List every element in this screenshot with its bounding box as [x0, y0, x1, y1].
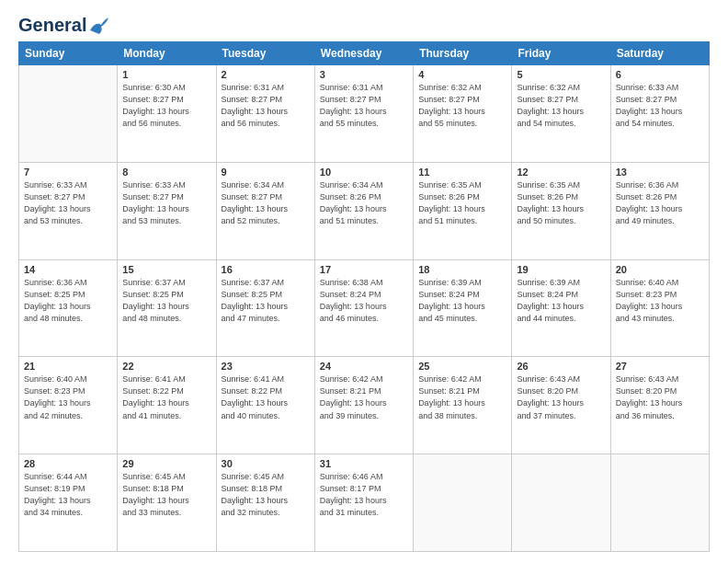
calendar-cell: 17Sunrise: 6:38 AM Sunset: 8:24 PM Dayli… — [314, 259, 413, 357]
day-info: Sunrise: 6:46 AM Sunset: 8:17 PM Dayligh… — [320, 471, 408, 519]
day-info: Sunrise: 6:42 AM Sunset: 8:21 PM Dayligh… — [418, 373, 506, 421]
calendar-cell: 1Sunrise: 6:30 AM Sunset: 8:27 PM Daylig… — [118, 65, 216, 163]
day-info: Sunrise: 6:35 AM Sunset: 8:26 PM Dayligh… — [517, 179, 605, 227]
weekday-header-thursday: Thursday — [414, 42, 512, 65]
calendar-cell: 2Sunrise: 6:31 AM Sunset: 8:27 PM Daylig… — [216, 65, 314, 163]
day-info: Sunrise: 6:39 AM Sunset: 8:24 PM Dayligh… — [418, 277, 506, 325]
day-number: 13 — [616, 167, 704, 178]
calendar-cell — [19, 65, 118, 163]
day-info: Sunrise: 6:41 AM Sunset: 8:22 PM Dayligh… — [222, 373, 310, 421]
day-number: 3 — [320, 69, 408, 80]
calendar-cell: 22Sunrise: 6:41 AM Sunset: 8:22 PM Dayli… — [118, 357, 216, 454]
day-info: Sunrise: 6:37 AM Sunset: 8:25 PM Dayligh… — [122, 277, 210, 325]
calendar-cell: 7Sunrise: 6:33 AM Sunset: 8:27 PM Daylig… — [19, 162, 118, 259]
calendar-cell: 14Sunrise: 6:36 AM Sunset: 8:25 PM Dayli… — [19, 259, 118, 357]
weekday-header-tuesday: Tuesday — [216, 42, 314, 65]
calendar-cell: 18Sunrise: 6:39 AM Sunset: 8:24 PM Dayli… — [414, 259, 512, 357]
day-number: 27 — [616, 361, 704, 372]
header: General — [18, 15, 710, 32]
calendar-cell: 16Sunrise: 6:37 AM Sunset: 8:25 PM Dayli… — [216, 259, 314, 357]
calendar-cell: 9Sunrise: 6:34 AM Sunset: 8:27 PM Daylig… — [216, 162, 314, 259]
day-info: Sunrise: 6:43 AM Sunset: 8:20 PM Dayligh… — [616, 373, 704, 421]
calendar-cell: 30Sunrise: 6:45 AM Sunset: 8:18 PM Dayli… — [216, 454, 314, 552]
calendar-cell: 27Sunrise: 6:43 AM Sunset: 8:20 PM Dayli… — [610, 357, 709, 454]
day-number: 19 — [517, 264, 605, 275]
day-number: 7 — [24, 167, 112, 178]
weekday-header-wednesday: Wednesday — [314, 42, 413, 65]
day-number: 8 — [122, 167, 210, 178]
day-info: Sunrise: 6:30 AM Sunset: 8:27 PM Dayligh… — [122, 82, 210, 130]
day-number: 20 — [616, 264, 704, 275]
day-number: 29 — [122, 458, 210, 469]
day-number: 14 — [24, 264, 112, 275]
day-info: Sunrise: 6:40 AM Sunset: 8:23 PM Dayligh… — [616, 277, 704, 325]
calendar-cell: 23Sunrise: 6:41 AM Sunset: 8:22 PM Dayli… — [216, 357, 314, 454]
calendar-cell: 19Sunrise: 6:39 AM Sunset: 8:24 PM Dayli… — [512, 259, 610, 357]
calendar-cell: 21Sunrise: 6:40 AM Sunset: 8:23 PM Dayli… — [19, 357, 118, 454]
day-number: 30 — [222, 458, 310, 469]
day-info: Sunrise: 6:41 AM Sunset: 8:22 PM Dayligh… — [122, 373, 210, 421]
day-info: Sunrise: 6:31 AM Sunset: 8:27 PM Dayligh… — [222, 82, 310, 130]
day-number: 28 — [24, 458, 112, 469]
day-info: Sunrise: 6:36 AM Sunset: 8:26 PM Dayligh… — [616, 179, 704, 227]
day-info: Sunrise: 6:33 AM Sunset: 8:27 PM Dayligh… — [24, 179, 112, 227]
day-number: 4 — [418, 69, 506, 80]
logo-bird-icon — [88, 17, 108, 34]
day-number: 10 — [320, 167, 408, 178]
calendar-cell: 4Sunrise: 6:32 AM Sunset: 8:27 PM Daylig… — [414, 65, 512, 163]
calendar-week-row: 7Sunrise: 6:33 AM Sunset: 8:27 PM Daylig… — [19, 162, 710, 259]
calendar-cell: 3Sunrise: 6:31 AM Sunset: 8:27 PM Daylig… — [314, 65, 413, 163]
calendar-cell: 13Sunrise: 6:36 AM Sunset: 8:26 PM Dayli… — [610, 162, 709, 259]
day-info: Sunrise: 6:34 AM Sunset: 8:26 PM Dayligh… — [320, 179, 408, 227]
day-info: Sunrise: 6:32 AM Sunset: 8:27 PM Dayligh… — [418, 82, 506, 130]
calendar-week-row: 1Sunrise: 6:30 AM Sunset: 8:27 PM Daylig… — [19, 65, 710, 163]
day-number: 22 — [122, 361, 210, 372]
calendar-table: SundayMondayTuesdayWednesdayThursdayFrid… — [18, 41, 710, 552]
day-number: 16 — [222, 264, 310, 275]
day-number: 9 — [222, 167, 310, 178]
day-number: 5 — [517, 69, 605, 80]
weekday-header-monday: Monday — [118, 42, 216, 65]
calendar-cell: 10Sunrise: 6:34 AM Sunset: 8:26 PM Dayli… — [314, 162, 413, 259]
logo: General — [18, 15, 108, 32]
calendar-cell — [610, 454, 709, 552]
day-number: 31 — [320, 458, 408, 469]
day-number: 15 — [122, 264, 210, 275]
day-info: Sunrise: 6:33 AM Sunset: 8:27 PM Dayligh… — [616, 82, 704, 130]
calendar-week-row: 28Sunrise: 6:44 AM Sunset: 8:19 PM Dayli… — [19, 454, 710, 552]
day-number: 25 — [418, 361, 506, 372]
day-info: Sunrise: 6:39 AM Sunset: 8:24 PM Dayligh… — [517, 277, 605, 325]
day-number: 18 — [418, 264, 506, 275]
day-info: Sunrise: 6:37 AM Sunset: 8:25 PM Dayligh… — [222, 277, 310, 325]
day-number: 12 — [517, 167, 605, 178]
day-number: 6 — [616, 69, 704, 80]
calendar-cell: 12Sunrise: 6:35 AM Sunset: 8:26 PM Dayli… — [512, 162, 610, 259]
calendar-cell: 11Sunrise: 6:35 AM Sunset: 8:26 PM Dayli… — [414, 162, 512, 259]
calendar-cell: 25Sunrise: 6:42 AM Sunset: 8:21 PM Dayli… — [414, 357, 512, 454]
day-number: 23 — [222, 361, 310, 372]
calendar-cell: 5Sunrise: 6:32 AM Sunset: 8:27 PM Daylig… — [512, 65, 610, 163]
day-info: Sunrise: 6:44 AM Sunset: 8:19 PM Dayligh… — [24, 471, 112, 519]
day-info: Sunrise: 6:38 AM Sunset: 8:24 PM Dayligh… — [320, 277, 408, 325]
day-info: Sunrise: 6:42 AM Sunset: 8:21 PM Dayligh… — [320, 373, 408, 421]
day-info: Sunrise: 6:35 AM Sunset: 8:26 PM Dayligh… — [418, 179, 506, 227]
calendar-week-row: 21Sunrise: 6:40 AM Sunset: 8:23 PM Dayli… — [19, 357, 710, 454]
page-container: General SundayMondayTuesdayWednesdayThur… — [0, 0, 728, 563]
day-info: Sunrise: 6:45 AM Sunset: 8:18 PM Dayligh… — [222, 471, 310, 519]
day-number: 2 — [222, 69, 310, 80]
calendar-cell: 20Sunrise: 6:40 AM Sunset: 8:23 PM Dayli… — [610, 259, 709, 357]
day-number: 26 — [517, 361, 605, 372]
calendar-cell: 31Sunrise: 6:46 AM Sunset: 8:17 PM Dayli… — [314, 454, 413, 552]
calendar-cell — [512, 454, 610, 552]
calendar-week-row: 14Sunrise: 6:36 AM Sunset: 8:25 PM Dayli… — [19, 259, 710, 357]
weekday-header-row: SundayMondayTuesdayWednesdayThursdayFrid… — [19, 42, 710, 65]
calendar-cell: 24Sunrise: 6:42 AM Sunset: 8:21 PM Dayli… — [314, 357, 413, 454]
calendar-cell: 15Sunrise: 6:37 AM Sunset: 8:25 PM Dayli… — [118, 259, 216, 357]
day-number: 17 — [320, 264, 408, 275]
day-number: 24 — [320, 361, 408, 372]
calendar-cell: 29Sunrise: 6:45 AM Sunset: 8:18 PM Dayli… — [118, 454, 216, 552]
weekday-header-saturday: Saturday — [610, 42, 709, 65]
day-info: Sunrise: 6:36 AM Sunset: 8:25 PM Dayligh… — [24, 277, 112, 325]
logo-general: General — [18, 15, 86, 36]
day-number: 11 — [418, 167, 506, 178]
